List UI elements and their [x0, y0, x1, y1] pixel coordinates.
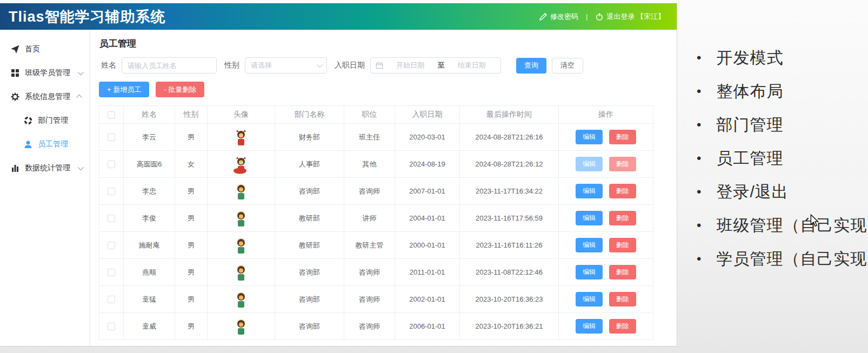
add-employee-button[interactable]: + 新增员工: [99, 82, 149, 97]
cell-entry-date: 2011-01-01: [395, 259, 460, 286]
sidebar-item-dept-mgmt[interactable]: 部门管理: [0, 109, 90, 132]
cell-update-time: 2023-10-20T16:36:21: [460, 313, 559, 340]
avatar: [233, 236, 249, 255]
cell-entry-date: 2006-01-01: [395, 313, 460, 340]
note-item: •登录/退出: [697, 175, 868, 209]
cell-avatar: [208, 313, 275, 340]
cell-update-time: 2024-08-28T21:26:12: [460, 151, 559, 178]
edit-button[interactable]: 编辑: [576, 265, 603, 279]
bullet-icon: •: [697, 219, 701, 232]
bullet-icon: •: [697, 51, 701, 64]
row-checkbox[interactable]: [108, 134, 115, 141]
cell-name: 施耐庵: [124, 232, 175, 259]
table-row: 李俊 男 教研部 讲师 2004-01-01 2023-11-16T17:56:…: [99, 205, 653, 232]
table-row: 燕顺 男 咨询部 咨询师 2011-01-01 2023-11-08T22:12…: [99, 259, 653, 286]
col-name: 姓名: [124, 106, 175, 124]
cell-dept: 咨询部: [275, 286, 344, 313]
cell-operations: 编辑 删除: [559, 232, 653, 259]
table-row: 施耐庵 男 教研部 教研主管 2000-01-01 2023-11-16T16:…: [99, 232, 653, 259]
cell-update-time: 2023-11-08T22:12:46: [460, 259, 559, 286]
gender-select-placeholder: 请选择: [251, 61, 313, 70]
cell-name: 李云: [124, 124, 175, 151]
sidebar-item-class-student-mgmt[interactable]: 班级学员管理: [0, 61, 90, 85]
grid-icon: [11, 69, 19, 77]
cell-entry-date: 2002-01-01: [395, 286, 460, 313]
sidebar-item-employee-mgmt[interactable]: 员工管理: [0, 132, 90, 156]
edit-button[interactable]: 编辑: [576, 157, 603, 171]
note-item: •学员管理（自己实现）: [697, 242, 868, 276]
cell-checkbox: [99, 232, 124, 259]
cell-gender: 男: [175, 124, 208, 151]
edit-button[interactable]: 编辑: [576, 292, 603, 307]
cell-gender: 男: [175, 232, 208, 259]
cell-job: 咨询师: [344, 178, 395, 205]
avatar: [233, 290, 249, 309]
cell-update-time: 2023-10-20T16:36:23: [460, 286, 559, 313]
bullet-icon: •: [697, 252, 701, 265]
row-checkbox[interactable]: [108, 296, 115, 303]
change-password-link[interactable]: 修改密码: [539, 12, 578, 22]
cell-checkbox: [99, 259, 124, 286]
sidebar-item-data-stats-mgmt[interactable]: 数据统计管理: [0, 156, 90, 180]
delete-button[interactable]: 删除: [609, 130, 636, 144]
delete-button[interactable]: 删除: [609, 238, 636, 252]
table-header-row: 姓名 性别 头像 部门名称 职位 入职日期 最后操作时间 操作: [99, 106, 653, 124]
delete-button[interactable]: 删除: [609, 292, 636, 307]
col-job: 职位: [344, 106, 395, 124]
mouse-cursor: [809, 214, 820, 227]
change-password-label: 修改密码: [550, 12, 578, 22]
header-divider: |: [586, 12, 587, 21]
sidebar-item-label: 部门管理: [38, 116, 82, 125]
sidebar-item-label: 系统信息管理: [25, 92, 72, 102]
edit-button[interactable]: 编辑: [576, 319, 603, 334]
sidebar-item-home[interactable]: 首页: [0, 37, 90, 61]
name-input[interactable]: [122, 57, 217, 74]
cell-job: 咨询师: [344, 286, 395, 313]
note-text: 员工管理: [716, 148, 783, 170]
table-row: 童威 男 咨询部 咨询师 2006-01-01 2023-10-20T16:36…: [99, 313, 653, 340]
edit-button[interactable]: 编辑: [576, 184, 603, 198]
gender-select[interactable]: 请选择: [245, 57, 327, 74]
search-button[interactable]: 查询: [516, 58, 546, 74]
clear-button[interactable]: 清空: [552, 58, 583, 74]
edit-button[interactable]: 编辑: [576, 130, 603, 144]
batch-delete-button[interactable]: - 批量删除: [156, 82, 204, 97]
note-item: •班级管理（自己实现）: [697, 209, 868, 242]
delete-button[interactable]: 删除: [609, 319, 636, 334]
note-item: •部门管理: [697, 108, 868, 142]
main-content: 员工管理 姓名 性别 请选择 入职日期: [90, 30, 677, 346]
cell-operations: 编辑 删除: [559, 313, 653, 340]
entry-date-range-picker[interactable]: 开始日期 至 结束日期: [370, 57, 501, 74]
row-checkbox[interactable]: [108, 242, 115, 249]
cell-name: 燕顺: [124, 259, 175, 286]
row-checkbox[interactable]: [108, 323, 115, 330]
row-checkbox[interactable]: [108, 188, 115, 195]
delete-button[interactable]: 删除: [609, 265, 636, 279]
delete-button[interactable]: 删除: [609, 211, 636, 225]
row-checkbox[interactable]: [108, 161, 115, 168]
select-all-checkbox[interactable]: [108, 111, 115, 119]
chevron-down-icon: [317, 62, 323, 68]
col-update-time: 最后操作时间: [460, 106, 559, 124]
cell-operations: 编辑 删除: [559, 124, 653, 151]
cell-name: 童猛: [124, 286, 175, 313]
calendar-icon: [376, 62, 383, 69]
delete-button[interactable]: 删除: [609, 184, 636, 198]
delete-button[interactable]: 删除: [609, 157, 636, 171]
edit-button[interactable]: 编辑: [576, 211, 603, 225]
app-header: Tlias智能学习辅助系统 修改密码 | 退出登录 【宋江】: [0, 3, 677, 30]
cell-checkbox: [99, 286, 124, 313]
logout-link[interactable]: 退出登录 【宋江】: [595, 12, 665, 22]
avatar: [233, 182, 249, 201]
sidebar-item-label: 数据统计管理: [25, 163, 72, 173]
row-checkbox[interactable]: [108, 269, 115, 276]
row-checkbox[interactable]: [108, 215, 115, 222]
bullet-icon: •: [697, 152, 701, 165]
sidebar-item-system-info-mgmt[interactable]: 系统信息管理: [0, 85, 90, 109]
cell-checkbox: [99, 124, 124, 151]
cell-dept: 财务部: [275, 124, 344, 151]
edit-button[interactable]: 编辑: [576, 238, 603, 252]
avatar: [233, 263, 249, 282]
cell-entry-date: 2000-01-01: [395, 232, 460, 259]
bullet-icon: •: [697, 85, 701, 98]
